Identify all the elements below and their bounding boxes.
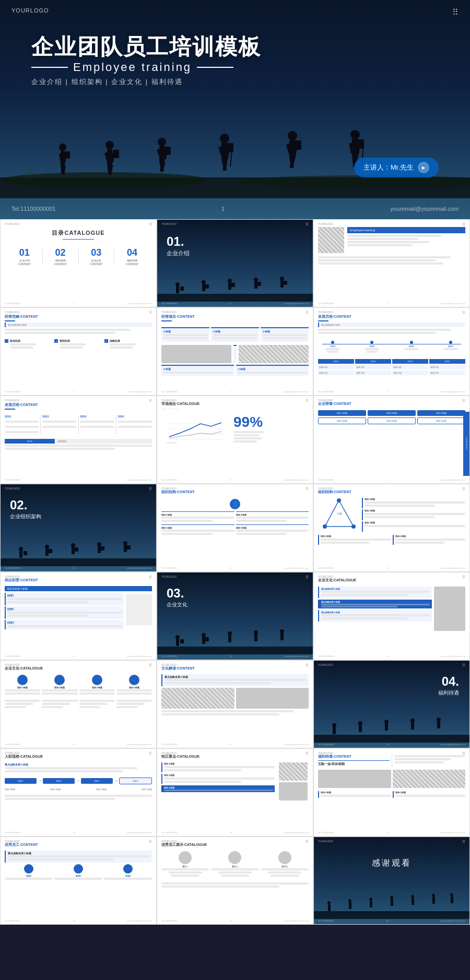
slide-title: 发展历程·CONTENT 重点战略发展小标题 <box>314 308 469 337</box>
svg-point-129 <box>411 895 414 898</box>
slide-10[interactable]: YOURLOGO ⠿ 02. 企业组织架构 Tel:11000000001 10… <box>0 484 157 572</box>
slide-grid-icon: ⠿ <box>462 663 465 668</box>
slide-12[interactable]: YOURLOGO ⠿ 组织结构·CONTENT 小组 填加小标题 <box>313 484 470 572</box>
slide-footer: Tel:11000000001 1 youremail@youremail.co… <box>5 302 152 305</box>
slide-grid-icon: ⠿ <box>149 487 152 492</box>
svg-rect-83 <box>72 547 75 554</box>
slide-title: 转正要点·CATALOGUE <box>157 749 313 761</box>
svg-point-121 <box>327 901 331 904</box>
slide-3[interactable]: YOURLOGO ⠿ Employee training 企业介绍·CONTEN… <box>313 219 470 307</box>
svg-point-131 <box>432 894 435 897</box>
svg-rect-109 <box>314 735 469 743</box>
slide-grid-icon: ⠿ <box>149 575 152 580</box>
play-button[interactable]: ▶ <box>418 162 429 173</box>
slide-18[interactable]: YOURLOGO ⠿ 04. 福利待遇 Tel:11000000001 18 y… <box>313 660 470 748</box>
slide-1[interactable]: YOURLOGO ⠿ 目录CATALOGUE 01 企业介绍CONTENT 02… <box>0 219 157 307</box>
section-content: 04. 福利待遇 <box>438 675 459 697</box>
svg-point-10 <box>105 141 114 149</box>
slide-header: 企业介绍·CONTENT <box>428 226 465 235</box>
onboard-content: 重点战略发展小标题 <box>1 761 156 775</box>
slide-footer: Tel:11000000001 12 youremail@youremail.c… <box>318 567 465 569</box>
svg-rect-68 <box>280 280 284 288</box>
svg-point-82 <box>71 543 75 547</box>
svg-rect-117 <box>411 722 414 730</box>
svg-rect-104 <box>228 635 231 642</box>
slide-footer: Tel:11000000001 10 youremail@youremail.c… <box>5 567 152 569</box>
flow-chart: 流程1 → 流程2 → 流程3 → 流程4 <box>1 775 156 786</box>
award-grid: 填加小标题 填加小标题 填加小标题 填加小标题 填加小标题 填加小标题 <box>314 408 469 426</box>
slide-logo: YOURLOGO <box>161 575 177 578</box>
slide-logo: YOURLOGO <box>318 399 333 402</box>
slide-13[interactable]: YOURLOGO ⠿ 岗位职责·CONTENT 请添加发展小标题 职责1 职责2 <box>0 572 157 660</box>
slide-15[interactable]: YOURLOGO ⠿ 企业文化·CATALOGUE 重点战略发展小标题 重点战略… <box>313 572 470 660</box>
hero-silhouette <box>0 104 470 198</box>
slide-23[interactable]: YOURLOGO ⠿ 优秀员工展示·CATALOGUE 员工一 员工二 <box>157 836 313 925</box>
dev-table: 20XX 20XX 20XX 20XX 发展小组 发展小组 发展小组 发展小组 … <box>314 357 469 377</box>
section-silhouette <box>157 273 313 302</box>
slide-footer: Tel:11000000001 22 youremail@youremail.c… <box>5 919 152 922</box>
slide-grid-icon: ⠿ <box>149 751 152 756</box>
slide-2[interactable]: YOURLOGO ⠿ 01. 企业介绍 <box>157 219 313 307</box>
slide-19[interactable]: YOURLOGO ⠿ 入职流程·CATALOGUE 重点战略发展小标题 流程1 … <box>0 748 157 836</box>
slide-6[interactable]: YOURLOGO ⠿ 发展历程·CONTENT 重点战略发展小标题 20XX <box>313 307 470 396</box>
slide-14[interactable]: YOURLOGO ⠿ 03. 企业文化 Tel:11000000001 14 y… <box>157 572 313 660</box>
timeline: 20XX 20XX 20XX 20XX <box>314 337 469 357</box>
timeline-extra: 20XX 发展里程 <box>1 437 156 453</box>
svg-point-88 <box>123 541 127 545</box>
slide-grid-icon: ⠿ <box>306 222 309 227</box>
svg-point-3 <box>59 144 66 151</box>
slide-5[interactable]: YOURLOGO ⠿ 经营项目·CONTENT 小标题 小标题 小标题 <box>157 307 313 396</box>
timeline-v: 20XX 20XX 20XX 20XX <box>1 412 156 437</box>
slide-grid-icon: ⠿ <box>462 751 465 756</box>
slide-22[interactable]: YOURLOGO ⠿ 优秀员工·CONTENT 重点战略发展小标题 奖项1 奖项… <box>0 836 157 925</box>
slide-title: 岗位职责·CONTENT <box>1 572 156 584</box>
svg-rect-59 <box>202 284 205 291</box>
slide-21[interactable]: YOURLOGO ⠿ 福利待遇·CONTENT 五险一金/双休/假期 填加小标题 <box>313 748 470 836</box>
slide-footer: Tel:11000000001 11 youremail@youremail.c… <box>161 567 309 569</box>
slide-title: 优秀员工·CONTENT <box>1 837 156 849</box>
slide-17[interactable]: YOURLOGO ⠿ 文化解读·CONTENT 重点战略发展小标题 Tel:11… <box>157 660 313 748</box>
slide-11[interactable]: YOURLOGO ⠿ 组织结构·CONTENT 👤 填加小标题 <box>157 484 313 572</box>
section-silhouette <box>314 714 469 743</box>
slide-footer: Tel:11000000001 23 youremail@youremail.c… <box>161 919 309 922</box>
slide-7[interactable]: YOURLOGO ⠿ 发展历程·CONTENT 20XX 20XX 20XX <box>0 396 157 484</box>
catalogue-line <box>63 239 94 240</box>
section-content: 01. 企业介绍 <box>167 235 190 257</box>
slide-grid-icon: ⠿ <box>149 663 152 668</box>
proj-boxes: 小标题 小标题 小标题 <box>157 324 313 345</box>
slide-20[interactable]: YOURLOGO ⠿ 转正要点·CATALOGUE 填加小标题 填加小标题 填加… <box>157 748 313 836</box>
culture-grid: 重点战略发展小标题 重点战略发展小标题 重点战略发展小标题 <box>314 584 469 633</box>
slide-grid-icon: ⠿ <box>306 840 309 844</box>
presenter-badge[interactable]: 主讲人：Mr.先生 ▶ <box>354 158 439 177</box>
svg-rect-90 <box>127 545 131 549</box>
slide-logo: YOURLOGO <box>5 399 20 402</box>
culture-items: 填加小标题 填加小标题 填加小标题 填加小标题 <box>1 673 156 698</box>
slide-8[interactable]: YOURLOGO ⠿ 市场地位·CATALOGUE —————— 1 2 3 4… <box>157 396 313 484</box>
slide-logo: YOURLOGO <box>318 310 333 314</box>
slide-title: 企业文化·CATALOGUE <box>314 572 469 584</box>
svg-point-133 <box>450 893 453 897</box>
slide-4[interactable]: YOURLOGO ⠿ 经营范畴·CONTENT 重点战略发展小标题 ✓ 联动拓展 <box>0 307 157 396</box>
svg-rect-75 <box>1 558 156 566</box>
presenter-name: 主讲人：Mr.先生 <box>363 163 414 172</box>
svg-rect-99 <box>180 639 184 643</box>
slide-title: 优秀员工展示·CATALOGUE <box>157 837 313 849</box>
slide-9[interactable]: YOURLOGO ⠿ 企业荣誉·CONTENT 填加小标题 填加小标题 填加小标… <box>313 396 470 484</box>
emp-content: 重点战略发展小标题 奖项1 奖项2 奖项3 <box>1 849 156 882</box>
slide-16[interactable]: YOURLOGO ⠿ 企业文化·CATALOGUE 填加小标题 填加小标题 填加… <box>0 660 157 748</box>
slide-logo: YOURLOGO <box>5 222 20 225</box>
svg-rect-101 <box>202 637 205 644</box>
svg-point-76 <box>19 547 23 551</box>
slide-logo: YOURLOGO <box>161 663 177 666</box>
svg-point-67 <box>280 277 284 281</box>
slide-24[interactable]: YOURLOGO ⠿ 感谢观看 Tel:11000000001 24 youre… <box>313 836 470 925</box>
proj-extra: 小标题 小标题 <box>157 363 313 378</box>
svg-point-64 <box>254 278 258 282</box>
slide-logo: YOURLOGO <box>5 663 20 666</box>
svg-point-127 <box>390 896 393 899</box>
svg-point-100 <box>202 633 206 637</box>
svg-point-112 <box>358 721 362 725</box>
slide-grid-icon: ⠿ <box>149 222 152 227</box>
svg-text:小组: 小组 <box>337 512 342 515</box>
slide-logo: YOURLOGO <box>318 751 333 755</box>
